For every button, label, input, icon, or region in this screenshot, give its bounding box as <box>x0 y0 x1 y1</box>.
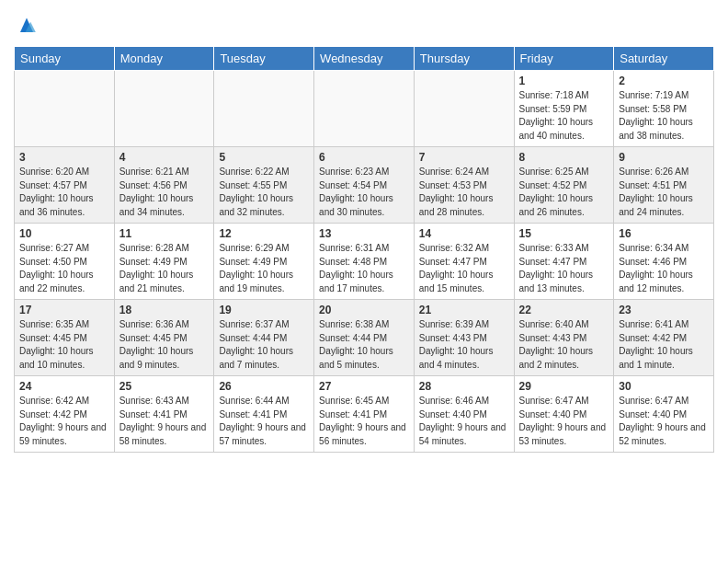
day-info: Sunrise: 6:22 AM Sunset: 4:55 PM Dayligh… <box>219 166 309 219</box>
day-info: Sunrise: 6:32 AM Sunset: 4:47 PM Dayligh… <box>419 242 509 295</box>
calendar-day-cell: 17Sunrise: 6:35 AM Sunset: 4:45 PM Dayli… <box>15 300 115 376</box>
day-number: 7 <box>419 151 509 164</box>
day-number: 30 <box>619 380 709 393</box>
day-number: 16 <box>619 227 709 240</box>
day-number: 14 <box>419 227 509 240</box>
calendar-day-cell: 15Sunrise: 6:33 AM Sunset: 4:47 PM Dayli… <box>514 224 614 300</box>
day-info: Sunrise: 6:26 AM Sunset: 4:51 PM Dayligh… <box>619 166 709 219</box>
day-info: Sunrise: 6:31 AM Sunset: 4:48 PM Dayligh… <box>319 242 409 295</box>
day-number: 13 <box>319 227 409 240</box>
calendar-day-cell: 4Sunrise: 6:21 AM Sunset: 4:56 PM Daylig… <box>114 147 214 224</box>
day-number: 26 <box>219 380 309 393</box>
calendar-week-row: 1Sunrise: 7:18 AM Sunset: 5:59 PM Daylig… <box>15 71 714 147</box>
calendar-day-cell: 16Sunrise: 6:34 AM Sunset: 4:46 PM Dayli… <box>614 224 714 300</box>
day-info: Sunrise: 6:42 AM Sunset: 4:42 PM Dayligh… <box>19 395 109 448</box>
day-info: Sunrise: 6:36 AM Sunset: 4:45 PM Dayligh… <box>119 318 210 372</box>
calendar-table: SundayMondayTuesdayWednesdayThursdayFrid… <box>14 46 714 453</box>
calendar-week-row: 3Sunrise: 6:20 AM Sunset: 4:57 PM Daylig… <box>15 147 714 224</box>
calendar-day-cell <box>314 71 415 147</box>
calendar-day-cell: 13Sunrise: 6:31 AM Sunset: 4:48 PM Dayli… <box>314 224 415 300</box>
day-info: Sunrise: 6:25 AM Sunset: 4:52 PM Dayligh… <box>519 166 609 219</box>
day-info: Sunrise: 7:19 AM Sunset: 5:58 PM Dayligh… <box>619 89 709 143</box>
calendar-day-cell: 26Sunrise: 6:44 AM Sunset: 4:41 PM Dayli… <box>214 376 314 453</box>
weekday-header: Monday <box>114 47 214 71</box>
calendar-day-cell: 21Sunrise: 6:39 AM Sunset: 4:43 PM Dayli… <box>414 300 514 376</box>
weekday-header: Friday <box>514 47 614 71</box>
calendar-day-cell: 10Sunrise: 6:27 AM Sunset: 4:50 PM Dayli… <box>15 224 115 300</box>
day-number: 23 <box>619 304 709 316</box>
calendar-day-cell: 30Sunrise: 6:47 AM Sunset: 4:40 PM Dayli… <box>614 376 714 453</box>
day-number: 8 <box>519 151 609 164</box>
calendar-day-cell: 23Sunrise: 6:41 AM Sunset: 4:42 PM Dayli… <box>614 300 714 376</box>
day-number: 15 <box>519 227 609 240</box>
day-number: 18 <box>119 304 210 316</box>
calendar-day-cell: 1Sunrise: 7:18 AM Sunset: 5:59 PM Daylig… <box>514 71 614 147</box>
calendar-day-cell: 5Sunrise: 6:22 AM Sunset: 4:55 PM Daylig… <box>214 147 314 224</box>
day-info: Sunrise: 6:46 AM Sunset: 4:40 PM Dayligh… <box>419 395 509 448</box>
day-number: 28 <box>419 380 509 393</box>
day-info: Sunrise: 6:47 AM Sunset: 4:40 PM Dayligh… <box>519 395 609 448</box>
day-number: 4 <box>119 151 210 164</box>
day-number: 27 <box>319 380 409 393</box>
calendar-day-cell: 9Sunrise: 6:26 AM Sunset: 4:51 PM Daylig… <box>614 147 714 224</box>
day-number: 20 <box>319 304 409 316</box>
day-info: Sunrise: 6:20 AM Sunset: 4:57 PM Dayligh… <box>19 166 109 219</box>
day-number: 2 <box>619 75 709 87</box>
logo-icon <box>14 13 40 39</box>
day-number: 22 <box>519 304 609 316</box>
day-number: 25 <box>119 380 210 393</box>
day-info: Sunrise: 6:44 AM Sunset: 4:41 PM Dayligh… <box>219 395 309 448</box>
day-info: Sunrise: 6:27 AM Sunset: 4:50 PM Dayligh… <box>19 242 109 295</box>
weekday-header: Wednesday <box>314 47 415 71</box>
day-info: Sunrise: 6:38 AM Sunset: 4:44 PM Dayligh… <box>319 318 409 372</box>
day-info: Sunrise: 6:35 AM Sunset: 4:45 PM Dayligh… <box>19 318 109 372</box>
day-info: Sunrise: 6:43 AM Sunset: 4:41 PM Dayligh… <box>119 395 210 448</box>
day-info: Sunrise: 6:33 AM Sunset: 4:47 PM Dayligh… <box>519 242 609 295</box>
calendar-day-cell: 22Sunrise: 6:40 AM Sunset: 4:43 PM Dayli… <box>514 300 614 376</box>
calendar-day-cell: 7Sunrise: 6:24 AM Sunset: 4:53 PM Daylig… <box>414 147 514 224</box>
day-info: Sunrise: 6:37 AM Sunset: 4:44 PM Dayligh… <box>219 318 309 372</box>
calendar-day-cell: 20Sunrise: 6:38 AM Sunset: 4:44 PM Dayli… <box>314 300 415 376</box>
day-info: Sunrise: 6:39 AM Sunset: 4:43 PM Dayligh… <box>419 318 509 372</box>
calendar-day-cell: 11Sunrise: 6:28 AM Sunset: 4:49 PM Dayli… <box>114 224 214 300</box>
day-number: 1 <box>519 75 609 87</box>
day-number: 11 <box>119 227 210 240</box>
day-number: 21 <box>419 304 509 316</box>
calendar-day-cell <box>414 71 514 147</box>
day-info: Sunrise: 6:24 AM Sunset: 4:53 PM Dayligh… <box>419 166 509 219</box>
calendar-week-row: 10Sunrise: 6:27 AM Sunset: 4:50 PM Dayli… <box>15 224 714 300</box>
calendar-day-cell: 28Sunrise: 6:46 AM Sunset: 4:40 PM Dayli… <box>414 376 514 453</box>
day-info: Sunrise: 6:29 AM Sunset: 4:49 PM Dayligh… <box>219 242 309 295</box>
day-number: 6 <box>319 151 409 164</box>
calendar-day-cell <box>114 71 214 147</box>
calendar-day-cell: 19Sunrise: 6:37 AM Sunset: 4:44 PM Dayli… <box>214 300 314 376</box>
calendar-day-cell: 29Sunrise: 6:47 AM Sunset: 4:40 PM Dayli… <box>514 376 614 453</box>
day-info: Sunrise: 6:40 AM Sunset: 4:43 PM Dayligh… <box>519 318 609 372</box>
calendar-day-cell: 2Sunrise: 7:19 AM Sunset: 5:58 PM Daylig… <box>614 71 714 147</box>
day-number: 29 <box>519 380 609 393</box>
calendar-header-row: SundayMondayTuesdayWednesdayThursdayFrid… <box>15 47 714 71</box>
day-info: Sunrise: 6:45 AM Sunset: 4:41 PM Dayligh… <box>319 395 409 448</box>
weekday-header: Tuesday <box>214 47 314 71</box>
day-info: Sunrise: 6:23 AM Sunset: 4:54 PM Dayligh… <box>319 166 409 219</box>
calendar-day-cell: 18Sunrise: 6:36 AM Sunset: 4:45 PM Dayli… <box>114 300 214 376</box>
day-number: 10 <box>19 227 109 240</box>
calendar-day-cell: 14Sunrise: 6:32 AM Sunset: 4:47 PM Dayli… <box>414 224 514 300</box>
day-number: 3 <box>19 151 109 164</box>
day-number: 12 <box>219 227 309 240</box>
day-number: 24 <box>19 380 109 393</box>
weekday-header: Sunday <box>15 47 115 71</box>
calendar-day-cell: 3Sunrise: 6:20 AM Sunset: 4:57 PM Daylig… <box>15 147 115 224</box>
day-info: Sunrise: 6:28 AM Sunset: 4:49 PM Dayligh… <box>119 242 210 295</box>
calendar-week-row: 17Sunrise: 6:35 AM Sunset: 4:45 PM Dayli… <box>15 300 714 376</box>
day-info: Sunrise: 6:47 AM Sunset: 4:40 PM Dayligh… <box>619 395 709 448</box>
day-info: Sunrise: 7:18 AM Sunset: 5:59 PM Dayligh… <box>519 89 609 143</box>
weekday-header: Thursday <box>414 47 514 71</box>
calendar-day-cell: 12Sunrise: 6:29 AM Sunset: 4:49 PM Dayli… <box>214 224 314 300</box>
calendar-week-row: 24Sunrise: 6:42 AM Sunset: 4:42 PM Dayli… <box>15 376 714 453</box>
calendar-day-cell: 27Sunrise: 6:45 AM Sunset: 4:41 PM Dayli… <box>314 376 415 453</box>
calendar-day-cell: 24Sunrise: 6:42 AM Sunset: 4:42 PM Dayli… <box>15 376 115 453</box>
day-info: Sunrise: 6:21 AM Sunset: 4:56 PM Dayligh… <box>119 166 210 219</box>
calendar-day-cell: 25Sunrise: 6:43 AM Sunset: 4:41 PM Dayli… <box>114 376 214 453</box>
header <box>14 9 714 39</box>
